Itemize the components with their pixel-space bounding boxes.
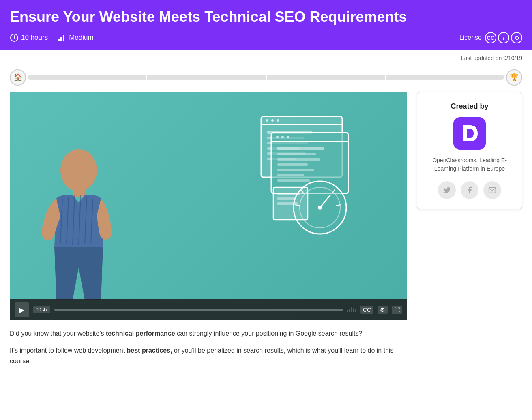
vol-bar-2 <box>349 309 350 312</box>
video-controls: ▶ 00:47 CC ⚙ ⛶ <box>10 299 407 320</box>
svg-point-4 <box>60 149 97 191</box>
svg-rect-29 <box>277 153 316 155</box>
desc2-bold: best practices, <box>127 347 172 354</box>
svg-point-15 <box>271 119 274 122</box>
clock-icon <box>10 33 19 42</box>
creator-name: OpenClassrooms, Leading E-Learning Platf… <box>425 156 514 173</box>
trophy-icon: 🏆 <box>506 69 522 86</box>
email-icon[interactable] <box>483 181 501 199</box>
progress-segment-3 <box>267 75 385 80</box>
settings-button[interactable]: ⚙ <box>378 306 388 314</box>
creator-logo <box>453 117 486 150</box>
created-by-card: Created by OpenClassrooms, Leading E-Lea… <box>417 92 522 209</box>
desc1-prefix: Did you know that your website's <box>10 330 106 337</box>
difficulty-item: Medium <box>58 33 93 42</box>
volume-indicator <box>347 307 356 312</box>
license-label: License <box>459 34 482 41</box>
progress-section: 🏠 🏆 <box>0 66 532 92</box>
desc2-prefix: It's important to follow web development <box>10 347 127 354</box>
main-content: ▶ 00:47 CC ⚙ ⛶ Did you know that your we… <box>0 92 532 373</box>
header-meta: 10 hours Medium License CC i ⊙ <box>10 32 522 43</box>
svg-rect-1 <box>58 39 60 41</box>
svg-rect-28 <box>277 147 324 150</box>
video-background <box>10 92 407 320</box>
progress-segment-1 <box>28 75 146 80</box>
vol-bar-1 <box>347 310 348 312</box>
twitter-icon[interactable] <box>438 181 456 199</box>
seo-illustration <box>245 112 375 242</box>
svg-point-14 <box>266 119 268 122</box>
social-icons <box>425 181 514 199</box>
created-by-title: Created by <box>425 102 514 111</box>
duration-item: 10 hours <box>10 33 48 42</box>
home-icon: 🏠 <box>10 69 26 86</box>
cc-button[interactable]: CC <box>360 306 373 314</box>
svg-point-16 <box>277 119 279 122</box>
difficulty-value: Medium <box>69 34 93 42</box>
svg-rect-33 <box>277 174 304 176</box>
video-timestamp: 00:47 <box>33 306 50 313</box>
desc1-suffix: can strongly influence your positioning … <box>175 330 363 337</box>
vol-bar-5 <box>355 309 356 312</box>
video-container[interactable]: ▶ 00:47 CC ⚙ ⛶ <box>10 92 407 320</box>
svg-rect-47 <box>277 193 300 195</box>
svg-rect-32 <box>277 169 314 171</box>
progress-segment-2 <box>147 75 266 80</box>
svg-point-43 <box>318 206 322 210</box>
svg-point-25 <box>276 136 279 138</box>
vol-bar-4 <box>353 308 354 312</box>
svg-point-26 <box>281 136 284 138</box>
svg-rect-2 <box>60 37 62 41</box>
sidebar: Created by OpenClassrooms, Leading E-Lea… <box>417 92 522 209</box>
svg-rect-3 <box>63 35 64 41</box>
description-para-2: It's important to follow web development… <box>10 345 407 366</box>
info-icon: i <box>498 32 509 43</box>
facebook-icon[interactable] <box>461 181 478 199</box>
svg-rect-30 <box>277 158 320 161</box>
progress-track <box>28 75 504 80</box>
description-para-1: Did you know that your website's technic… <box>10 328 407 339</box>
video-section: ▶ 00:47 CC ⚙ ⛶ Did you know that your we… <box>10 92 407 373</box>
difficulty-icon <box>58 33 66 42</box>
desc1-bold: technical performance <box>106 330 175 337</box>
svg-point-27 <box>287 136 289 138</box>
svg-rect-34 <box>277 179 310 182</box>
course-title: Ensure Your Website Meets Technical SEO … <box>10 8 522 26</box>
course-header: Ensure Your Website Meets Technical SEO … <box>0 0 532 50</box>
duration-value: 10 hours <box>21 34 48 42</box>
play-button[interactable]: ▶ <box>15 302 29 317</box>
person-illustration <box>34 146 123 300</box>
share-icon: ⊙ <box>511 32 522 43</box>
svg-rect-49 <box>277 202 298 205</box>
license-section: License CC i ⊙ <box>459 32 522 43</box>
progress-segment-4 <box>386 75 504 80</box>
course-description: Did you know that your website's technic… <box>10 328 407 366</box>
video-progress-bar[interactable] <box>54 309 343 311</box>
last-updated: Last updated on 9/10/19 <box>0 50 532 66</box>
license-icons: CC i ⊙ <box>485 32 522 43</box>
svg-rect-48 <box>277 197 296 200</box>
meta-left: 10 hours Medium <box>10 33 94 42</box>
cc-icon: CC <box>485 32 496 43</box>
fullscreen-button[interactable]: ⛶ <box>392 306 402 314</box>
vol-bar-3 <box>351 307 352 312</box>
svg-rect-31 <box>277 163 308 166</box>
